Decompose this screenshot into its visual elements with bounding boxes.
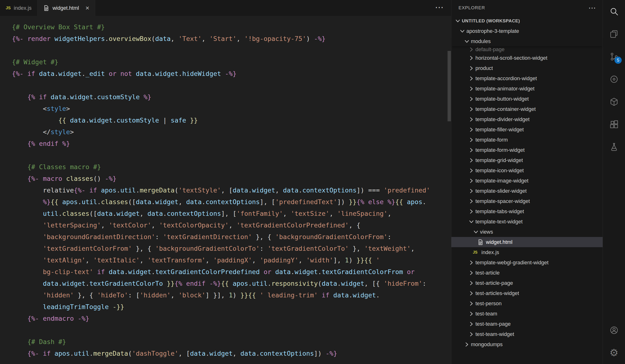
tree-item-label: template-divider-widget [475, 116, 530, 122]
chevron-right-icon [468, 331, 475, 337]
code-line [12, 80, 451, 91]
tree-item-template-container-widget[interactable]: template-container-widget [451, 104, 603, 114]
code-line: {{ data.widget.customStyle | safe }} [12, 114, 451, 126]
code-line: {%- render widgetHelpers.overviewBox(dat… [12, 33, 451, 45]
editor-scrollbar[interactable] [448, 51, 451, 121]
tree-item-template-divider-widget[interactable]: template-divider-widget [451, 114, 603, 124]
explorer-more-actions-icon[interactable]: ⋯ [588, 3, 596, 12]
chevron-right-icon [468, 188, 475, 194]
chevron-right-icon [468, 260, 475, 266]
chevron-right-icon [468, 168, 475, 174]
code-line: {% if data.widget.customStyle %} [12, 91, 451, 103]
settings-icon[interactable]: ⚙ [603, 341, 625, 364]
tree-item-template-animator-widget[interactable]: template-animator-widget [451, 84, 603, 94]
file-icon [477, 239, 484, 245]
editor-more-actions-icon[interactable]: ⋯ [435, 2, 443, 12]
source-control-icon[interactable]: 5 [603, 45, 625, 68]
tree-item-label: template-slider-widget [475, 188, 527, 194]
tree-item-test-article[interactable]: test-article [451, 268, 603, 278]
code-line: 'letterSpacing', 'textColor', 'textColor… [12, 219, 451, 231]
tree-item-template-slider-widget[interactable]: template-slider-widget [451, 186, 603, 196]
chevron-right-icon [468, 147, 475, 153]
chevron-right-icon [468, 75, 475, 82]
code-line: {%- if apos.util.mergeData('dashToggle',… [12, 348, 451, 359]
code-line: data.widget.textGradientColorTo }}{% end… [12, 278, 451, 289]
tree-item-template-grid-widget[interactable]: template-grid-widget [451, 155, 603, 165]
chevron-right-icon [468, 178, 475, 184]
tree-item-label: test-team [475, 311, 497, 317]
tree-item-label: horizontal-scroll-section-widget [475, 55, 547, 61]
chevron-right-icon [468, 137, 475, 143]
tree-item-label: mongodumps [471, 341, 502, 348]
tree-item-test-articles-widget[interactable]: test-articles-widget [451, 288, 603, 298]
tree-item-template-button-widget[interactable]: template-button-widget [451, 94, 603, 104]
tree-item-views[interactable]: views [451, 227, 603, 237]
extensions-icon[interactable] [603, 113, 625, 136]
explorer-header: EXPLORER ⋯ [451, 0, 603, 16]
tree-item-label: template-form [475, 137, 508, 143]
tree-item-template-filler-widget[interactable]: template-filler-widget [451, 124, 603, 135]
code-line: </style> [12, 126, 451, 138]
tree-item-horizontal-scroll-section-widget[interactable]: horizontal-scroll-section-widget [451, 53, 603, 63]
testing-icon[interactable] [603, 136, 625, 158]
tree-item-template-icon-widget[interactable]: template-icon-widget [451, 165, 603, 176]
tree-item-template-spacer-widget[interactable]: template-spacer-widget [451, 196, 603, 206]
tree-item-default-page[interactable]: default-page [451, 46, 603, 53]
tree-item-template-text-widget[interactable]: template-text-widget [451, 217, 603, 227]
code-line: 'backgroundGradientDirection': 'textGrad… [12, 231, 451, 243]
chevron-right-icon [468, 290, 475, 296]
tab-widget.html[interactable]: widget.html× [37, 0, 95, 16]
code-line: {# Widget #} [12, 56, 451, 68]
code-line: {%- macro classes() -%} [12, 173, 451, 184]
tree-item-mongodumps[interactable]: mongodumps [451, 339, 603, 349]
explorer-title: EXPLORER [459, 5, 485, 10]
tab-label: widget.html [52, 5, 79, 11]
tab-index.js[interactable]: JSindex.js [0, 0, 37, 16]
tree-item-product[interactable]: product [451, 63, 603, 73]
tree-item-label: test-team-page [475, 321, 511, 327]
code-line: util.classes([data.widget, data.contextO… [12, 208, 451, 219]
tree-item-template-tabs-widget[interactable]: template-tabs-widget [451, 206, 603, 217]
tree-item-test-article-page[interactable]: test-article-page [451, 278, 603, 288]
code-editor[interactable]: {# Overview Box Start #}{%- render widge… [0, 16, 451, 359]
tree-item-test-team-widget[interactable]: test-team-widget [451, 329, 603, 339]
tree-item-label: template-button-widget [475, 96, 529, 102]
close-tab-icon[interactable]: × [86, 5, 89, 11]
account-icon[interactable] [603, 319, 625, 341]
code-line: {% endif %} [12, 138, 451, 149]
tree-item-template-form-widget[interactable]: template-form-widget [451, 145, 603, 155]
code-line [12, 324, 451, 336]
activity-bar-bottom: ⚙ [603, 319, 625, 364]
tree-item-label: test-article-page [475, 280, 513, 286]
code-line: bg-clip-text' if data.widget.textGradien… [12, 266, 451, 278]
editor-region: JSindex.jswidget.html× ⋯ {# Overview Box… [0, 0, 451, 364]
code-line: {%- if data.widget._edit or not data.wid… [12, 68, 451, 80]
tree-item-apostrophe-3-template[interactable]: apostrophe-3-template [451, 26, 603, 36]
chevron-down-icon [473, 229, 480, 235]
search-icon[interactable] [603, 0, 625, 23]
tree-item-test-person[interactable]: test-person [451, 298, 603, 308]
tree-item-label: template-spacer-widget [475, 198, 530, 204]
tree-item-modules[interactable]: modules [451, 36, 603, 46]
code-line: 'hidden' }, { 'hideTo': ['hidden', 'bloc… [12, 289, 451, 301]
chevron-right-icon [468, 127, 475, 133]
tree-item-label: apostrophe-3-template [466, 28, 519, 34]
tree-item-test-team-page[interactable]: test-team-page [451, 319, 603, 329]
code-line [12, 45, 451, 56]
remote-explorer-icon[interactable] [603, 68, 625, 90]
code-line: {# Overview Box Start #} [12, 21, 451, 33]
tree-item-template-webgl-gradient-widget[interactable]: template-webgl-gradient-widget [451, 257, 603, 268]
chevron-right-icon [468, 46, 475, 53]
code-line: relative{%- if apos.util.mergeData('text… [12, 184, 451, 196]
tree-item-template-accordion-widget[interactable]: template-accordion-widget [451, 73, 603, 84]
chevron-right-icon [468, 198, 475, 204]
tree-item-template-image-widget[interactable]: template-image-widget [451, 176, 603, 186]
tree-item-index.js[interactable]: JSindex.js [451, 247, 603, 257]
package-icon[interactable] [603, 90, 625, 113]
copy-files-icon[interactable] [603, 23, 625, 45]
tree-item-test-team[interactable]: test-team [451, 308, 603, 319]
tree-item-widget.html[interactable]: widget.html [451, 237, 603, 247]
chevron-down-icon [464, 38, 471, 45]
tree-item-UNTITLED (WORKSPACE)[interactable]: UNTITLED (WORKSPACE) [451, 16, 603, 26]
tree-item-template-form[interactable]: template-form [451, 135, 603, 145]
